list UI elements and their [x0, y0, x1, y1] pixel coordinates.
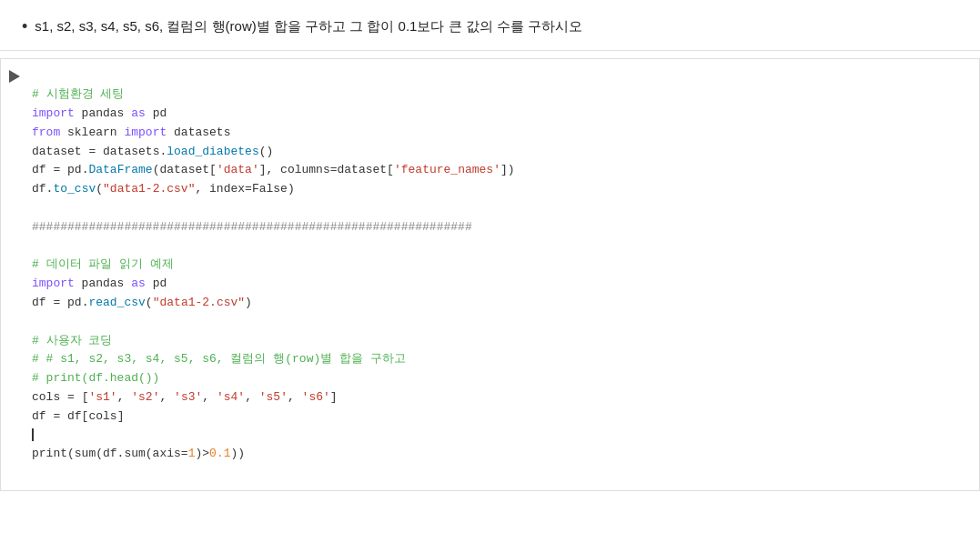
kw-import-1: import [32, 106, 75, 120]
code-block[interactable]: # 시험환경 세팅 import pandas as pd from sklea… [28, 66, 979, 483]
comment-cols-hint: # # s1, s2, s3, s4, s5, s6, 컬럼의 행(row)별 … [32, 352, 406, 366]
kw-import-2: import [32, 277, 75, 290]
code-area: # 시험환경 세팅 import pandas as pd from sklea… [1, 59, 979, 490]
bullet-text: s1, s2, s3, s4, s5, s6, 컬럼의 행(row)별 합을 구… [35, 16, 582, 37]
bullet-section: • s1, s2, s3, s4, s5, s6, 컬럼의 행(row)별 합을… [0, 0, 980, 51]
code-line-readcsv: df [32, 296, 53, 309]
code-line-tocsv: df [32, 182, 46, 196]
run-button[interactable] [6, 68, 23, 85]
run-icon [9, 70, 20, 83]
comment-head: # print(df.head()) [32, 371, 159, 385]
separator-line: ########################################… [32, 220, 472, 234]
text-cursor [32, 428, 34, 441]
run-button-area [1, 66, 28, 85]
code-line-print: print(sum(df.sum(axis= [32, 447, 188, 460]
code-cell: # 시험환경 세팅 import pandas as pd from sklea… [0, 58, 980, 491]
code-line-cols: cols [32, 390, 67, 404]
page-container: • s1, s2, s3, s4, s5, s6, 컬럼의 행(row)별 합을… [0, 0, 980, 533]
kw-from: from [32, 126, 60, 139]
comment-line-1: # 시험환경 세팅 [32, 87, 124, 101]
bullet-dot: • [22, 16, 27, 37]
code-line-dataset: dataset [32, 145, 88, 158]
comment-user-coding: # 사용자 코딩 [32, 334, 112, 347]
bullet-item: • s1, s2, s3, s4, s5, s6, 컬럼의 행(row)별 합을… [22, 16, 958, 37]
code-line-df1: df [32, 163, 53, 176]
code-line-df-cols: df [32, 409, 53, 423]
comment-line-read: # 데이터 파일 읽기 예제 [32, 257, 174, 271]
